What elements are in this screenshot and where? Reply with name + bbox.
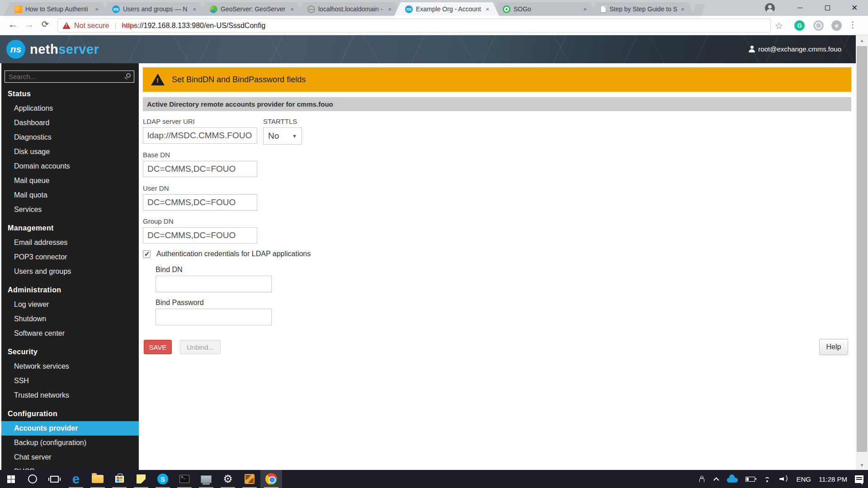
people-tray-icon[interactable] xyxy=(699,476,708,482)
chrome-taskbar-button[interactable] xyxy=(260,470,282,488)
sidebar-item-chat-server[interactable]: Chat server xyxy=(1,450,139,465)
sidebar-item-users-and-groups[interactable]: Users and groups xyxy=(1,264,139,279)
unbind-button[interactable]: Unbind... xyxy=(180,340,221,354)
evernote-extension-icon[interactable]: e xyxy=(831,20,842,31)
sidebar-item-accounts-provider[interactable]: Accounts provider xyxy=(1,421,139,436)
tab-geoserver[interactable]: GeoServer: GeoServer × xyxy=(199,2,304,16)
url-text[interactable]: https://192.168.8.133:980/en-US/SssdConf… xyxy=(122,22,266,30)
sidebar-item-pop3-connector[interactable]: POP3 connector xyxy=(1,250,139,264)
nethserver-logo[interactable]: ns nethserver xyxy=(6,40,99,59)
tab-step-by-step[interactable]: Step by Step Guide to S × xyxy=(590,2,694,16)
sidebar-item-network-services[interactable]: Network services xyxy=(1,359,139,374)
bind-password-input[interactable] xyxy=(156,309,272,325)
clock[interactable]: 11:28 PM xyxy=(819,475,847,483)
store-taskbar-button[interactable] xyxy=(108,470,130,488)
tab-close-icon[interactable]: × xyxy=(290,6,294,12)
tab-title: localhost.localdomain - xyxy=(318,5,385,13)
tab-example-org-active[interactable]: ns Example Org - Account × xyxy=(394,2,499,16)
sidebar-item-disk-usage[interactable]: Disk usage xyxy=(1,145,139,159)
battery-icon[interactable] xyxy=(745,477,755,482)
bind-dn-input[interactable] xyxy=(156,276,272,292)
close-button[interactable]: ✕ xyxy=(841,0,868,16)
file-explorer-taskbar-button[interactable] xyxy=(87,470,108,488)
page-scrollbar[interactable]: ▲ ▼ xyxy=(856,35,868,470)
onedrive-cloud-icon[interactable] xyxy=(727,478,738,483)
maximize-button[interactable] xyxy=(814,0,841,16)
remote-desktop-taskbar-button[interactable] xyxy=(239,470,260,488)
devices-taskbar-button[interactable] xyxy=(195,470,217,488)
tab-close-icon[interactable]: × xyxy=(681,6,684,12)
ldap-uri-input[interactable] xyxy=(143,127,257,144)
scroll-up-icon[interactable]: ▲ xyxy=(856,35,868,45)
remote-desktop-icon xyxy=(245,474,255,484)
minimize-button[interactable] xyxy=(787,0,814,16)
search-input[interactable] xyxy=(5,70,134,83)
task-view-icon xyxy=(50,476,59,483)
not-secure-warning-icon[interactable] xyxy=(62,22,71,29)
tab-localhost[interactable]: localhost.localdomain - × xyxy=(297,2,401,16)
group-dn-input[interactable] xyxy=(143,227,257,244)
browser-menu-icon[interactable]: ⋮ xyxy=(849,19,857,30)
sidebar-item-mail-quota[interactable]: Mail quota xyxy=(1,188,139,202)
wifi-icon[interactable] xyxy=(763,475,772,483)
help-button[interactable]: Help xyxy=(819,339,848,355)
tab-close-icon[interactable]: × xyxy=(95,6,99,12)
task-view-button[interactable] xyxy=(43,470,65,488)
tab-close-icon[interactable]: × xyxy=(486,6,489,12)
sidebar-item-dashboard[interactable]: Dashboard xyxy=(1,116,139,130)
tab-users-and-groups[interactable]: ns Users and groups — N × xyxy=(101,2,206,16)
tab-sogo[interactable]: SOGo × xyxy=(492,2,597,16)
sidebar-item-backup-configuration[interactable]: Backup (configuration) xyxy=(1,436,139,450)
tab-close-icon[interactable]: × xyxy=(583,6,587,12)
sidebar-item-services[interactable]: Services xyxy=(1,202,139,217)
cortana-button[interactable] xyxy=(22,470,43,488)
sidebar-item-domain-accounts[interactable]: Domain accounts xyxy=(1,159,139,174)
back-button[interactable]: ← xyxy=(8,19,18,30)
volume-icon[interactable] xyxy=(779,476,788,482)
new-tab-button[interactable] xyxy=(692,4,705,16)
bookmark-star-icon[interactable]: ☆ xyxy=(775,20,783,31)
save-button[interactable]: SAVE xyxy=(144,340,172,354)
not-secure-label[interactable]: Not secure xyxy=(74,22,109,30)
sidebar-item-applications[interactable]: Applications xyxy=(1,101,139,116)
address-bar[interactable]: Not secure | https://192.168.8.133:980/e… xyxy=(57,19,771,33)
tab-title: Step by Step Guide to S xyxy=(609,5,678,13)
forward-button[interactable]: → xyxy=(24,19,34,30)
tab-close-icon[interactable]: × xyxy=(193,6,196,12)
wordmark-server: server xyxy=(58,42,99,56)
tab-how-to-setup[interactable]: How to Setup Authenti × xyxy=(4,2,108,16)
sidebar-item-trusted-networks[interactable]: Trusted networks xyxy=(1,388,139,403)
document-favicon-icon xyxy=(600,5,606,13)
grammarly-extension-icon[interactable]: G xyxy=(794,20,805,31)
base-dn-input[interactable] xyxy=(143,161,257,177)
sidebar-item-diagnostics[interactable]: Diagnostics xyxy=(1,130,139,145)
sidebar-item-software-center[interactable]: Software center xyxy=(1,326,139,341)
sidebar-item-email-addresses[interactable]: Email addresses xyxy=(1,235,139,250)
sticky-notes-taskbar-button[interactable] xyxy=(130,470,152,488)
base-dn-label: Base DN xyxy=(143,151,170,159)
browser-profile-avatar[interactable] xyxy=(765,3,775,13)
settings-taskbar-button[interactable]: ⚙ xyxy=(217,470,239,488)
sidebar-item-shutdown[interactable]: Shutdown xyxy=(1,312,139,326)
starttls-select[interactable]: No ▼ xyxy=(263,127,302,145)
start-button[interactable] xyxy=(0,470,22,488)
edge-taskbar-button[interactable]: e xyxy=(65,470,87,488)
action-center-icon[interactable] xyxy=(855,475,863,483)
scrollbar-thumb[interactable] xyxy=(857,46,867,452)
command-prompt-taskbar-button[interactable]: >_ xyxy=(174,470,195,488)
sidebar-item-ssh[interactable]: SSH xyxy=(1,374,139,388)
shutter-extension-icon[interactable] xyxy=(813,20,824,31)
scroll-down-icon[interactable]: ▼ xyxy=(856,460,868,470)
tray-chevron-up-icon[interactable] xyxy=(713,477,719,483)
sidebar-item-mail-queue[interactable]: Mail queue xyxy=(1,174,139,188)
skype-taskbar-button[interactable]: S xyxy=(152,470,174,488)
reload-button[interactable]: ⟳ xyxy=(42,19,49,29)
user-dn-input[interactable] xyxy=(143,194,257,211)
language-indicator[interactable]: ENG xyxy=(796,475,811,483)
chrome-icon xyxy=(265,473,277,485)
logged-in-user-menu[interactable]: root@exchange.cmms.fouo xyxy=(749,45,841,53)
nethserver-header: ns nethserver root@exchange.cmms.fouo xyxy=(0,35,856,63)
auth-credentials-checkbox[interactable] xyxy=(143,250,151,258)
sidebar-item-log-viewer[interactable]: Log viewer xyxy=(1,297,139,312)
tab-close-icon[interactable]: × xyxy=(388,6,392,12)
